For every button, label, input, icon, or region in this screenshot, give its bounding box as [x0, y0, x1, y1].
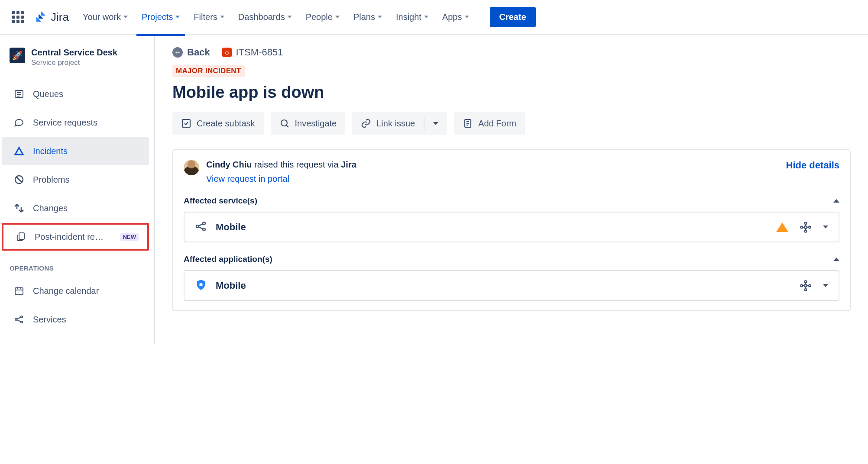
svg-point-42	[805, 289, 807, 291]
svg-rect-7	[15, 288, 23, 295]
main-content: ← Back ◇ ITSM-6851 MAJOR INCIDENT Mobile…	[155, 35, 868, 345]
issue-key-link[interactable]: ◇ ITSM-6851	[222, 47, 283, 58]
problems-icon	[13, 174, 25, 185]
chevron-down-icon	[424, 16, 428, 18]
investigate-button[interactable]: Investigate	[271, 112, 346, 135]
sidebar-item-service-requests[interactable]: Service requests	[2, 109, 149, 136]
chevron-down-icon	[175, 16, 180, 18]
svg-point-13	[21, 321, 23, 323]
create-subtask-button[interactable]: Create subtask	[172, 112, 264, 135]
project-header[interactable]: 🚀 Central Service Desk Service project	[0, 45, 151, 79]
sidebar-item-label: Queues	[33, 89, 63, 99]
requester-row: Cindy Chiu raised this request via Jira …	[184, 160, 839, 184]
nav-insight[interactable]: Insight	[391, 9, 434, 26]
sidebar-item-label: Changes	[33, 203, 68, 213]
arrow-left-icon: ←	[172, 47, 183, 58]
sidebar-item-problems[interactable]: Problems	[2, 166, 149, 193]
svg-point-28	[804, 226, 807, 229]
chevron-up-icon	[833, 199, 839, 203]
svg-point-31	[805, 222, 807, 224]
view-in-portal-link[interactable]: View request in portal	[206, 174, 356, 184]
top-nav: Jira Your work Projects Filters Dashboar…	[0, 0, 868, 35]
svg-point-30	[809, 226, 811, 228]
chevron-down-icon	[288, 16, 292, 18]
app-switcher-icon[interactable]	[9, 8, 27, 26]
back-link[interactable]: ← Back	[172, 47, 210, 58]
nav-dashboards[interactable]: Dashboards	[233, 9, 297, 26]
raised-by-text: Cindy Chiu raised this request via Jira	[206, 160, 356, 170]
changes-icon	[13, 203, 25, 213]
chevron-down-icon	[335, 16, 340, 18]
project-subtitle: Service project	[31, 58, 117, 67]
add-form-button[interactable]: Add Form	[454, 112, 525, 135]
sidebar-item-post-incident-reviews[interactable]: Post-incident re… NEW	[2, 223, 149, 251]
chevron-down-icon[interactable]	[823, 226, 828, 229]
sidebar-item-services[interactable]: Services	[2, 306, 149, 333]
sidebar-item-changes[interactable]: Changes	[2, 194, 149, 222]
warning-icon	[776, 222, 788, 232]
chevron-up-icon	[833, 258, 839, 261]
nav-filters[interactable]: Filters	[188, 9, 229, 26]
svg-point-29	[800, 226, 803, 228]
search-icon	[279, 118, 290, 129]
application-name: Mobile	[216, 280, 246, 291]
form-icon	[463, 118, 473, 129]
nav-your-work[interactable]: Your work	[78, 9, 133, 26]
requester-avatar[interactable]	[184, 160, 199, 175]
svg-rect-16	[182, 119, 190, 127]
sidebar-item-label: Post-incident re…	[35, 232, 104, 242]
svg-rect-37	[200, 284, 203, 286]
project-name: Central Service Desk	[31, 48, 117, 58]
sidebar-item-queues[interactable]: Queues	[2, 80, 149, 108]
svg-line-18	[286, 125, 288, 127]
sidebar-item-incidents[interactable]: Incidents	[2, 137, 149, 165]
chevron-down-icon[interactable]	[823, 284, 828, 287]
affected-application-item[interactable]: Mobile	[184, 270, 839, 301]
incidents-icon	[13, 146, 25, 156]
sidebar-item-change-calendar[interactable]: Change calendar	[2, 277, 149, 305]
affected-services-header[interactable]: Affected service(s)	[184, 196, 839, 206]
details-panel: Cindy Chiu raised this request via Jira …	[172, 149, 851, 311]
svg-rect-6	[19, 233, 24, 239]
topology-icon[interactable]	[800, 280, 812, 292]
brand-text: Jira	[51, 10, 69, 24]
svg-point-38	[804, 284, 807, 287]
services-icon	[13, 314, 25, 325]
create-button[interactable]: Create	[490, 7, 536, 27]
affected-applications-header[interactable]: Affected application(s)	[184, 255, 839, 264]
network-icon	[195, 220, 207, 234]
major-incident-lozenge: MAJOR INCIDENT	[172, 65, 245, 77]
subtask-icon	[181, 118, 191, 129]
link-issue-dropdown[interactable]	[424, 112, 447, 135]
topology-icon[interactable]	[800, 221, 812, 233]
breadcrumb-row: ← Back ◇ ITSM-6851	[172, 47, 851, 58]
link-issue-button[interactable]: Link issue	[352, 112, 424, 135]
jira-logo[interactable]: Jira	[34, 10, 69, 24]
svg-point-39	[800, 284, 803, 287]
svg-point-11	[15, 319, 17, 320]
svg-point-17	[281, 120, 287, 126]
sidebar-item-label: Change calendar	[33, 286, 99, 296]
nav-people[interactable]: People	[301, 9, 345, 26]
nav-items-group: Your work Projects Filters Dashboards Pe…	[78, 9, 474, 26]
svg-point-41	[805, 280, 807, 283]
sidebar-item-label: Incidents	[33, 146, 68, 156]
chat-icon	[13, 117, 25, 128]
nav-projects[interactable]: Projects	[136, 9, 185, 26]
svg-point-32	[805, 230, 807, 232]
sidebar-item-label: Service requests	[33, 118, 97, 128]
nav-apps[interactable]: Apps	[437, 9, 474, 26]
sidebar-section-operations: OPERATIONS	[0, 251, 151, 276]
nav-plans[interactable]: Plans	[348, 9, 387, 26]
svg-point-40	[809, 284, 811, 287]
svg-line-14	[17, 317, 21, 319]
issue-type-icon: ◇	[222, 48, 232, 57]
sidebar-item-label: Services	[33, 315, 66, 325]
affected-service-item[interactable]: Mobile	[184, 212, 839, 242]
svg-line-15	[17, 320, 21, 322]
sidebar-item-label: Problems	[33, 175, 69, 185]
chevron-down-icon	[220, 16, 224, 18]
svg-line-5	[16, 177, 22, 182]
sidebar: 🚀 Central Service Desk Service project Q…	[0, 35, 155, 345]
hide-details-link[interactable]: Hide details	[786, 160, 839, 171]
